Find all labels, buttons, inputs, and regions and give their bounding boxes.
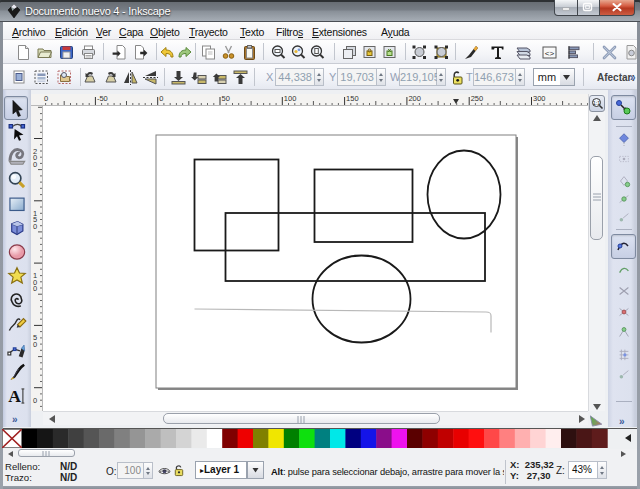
- svg-text:0: 0: [33, 284, 37, 293]
- svg-text:0: 0: [33, 396, 37, 405]
- svg-text:0: 0: [33, 160, 37, 169]
- svg-text:0: 0: [33, 222, 37, 231]
- svg-text:0: 0: [44, 94, 48, 103]
- svg-text:0: 0: [33, 340, 37, 349]
- svg-text:-50: -50: [97, 94, 108, 103]
- svg-text:150: 150: [346, 94, 359, 103]
- svg-text:1:1: 1:1: [593, 100, 601, 106]
- svg-text:A: A: [8, 386, 21, 406]
- svg-text:200: 200: [408, 94, 421, 103]
- svg-text:100: 100: [284, 94, 297, 103]
- svg-text:50: 50: [222, 94, 230, 103]
- svg-text:300: 300: [533, 94, 546, 103]
- svg-text:0: 0: [159, 94, 163, 103]
- svg-text:<>: <>: [545, 48, 555, 57]
- svg-text:250: 250: [471, 94, 484, 103]
